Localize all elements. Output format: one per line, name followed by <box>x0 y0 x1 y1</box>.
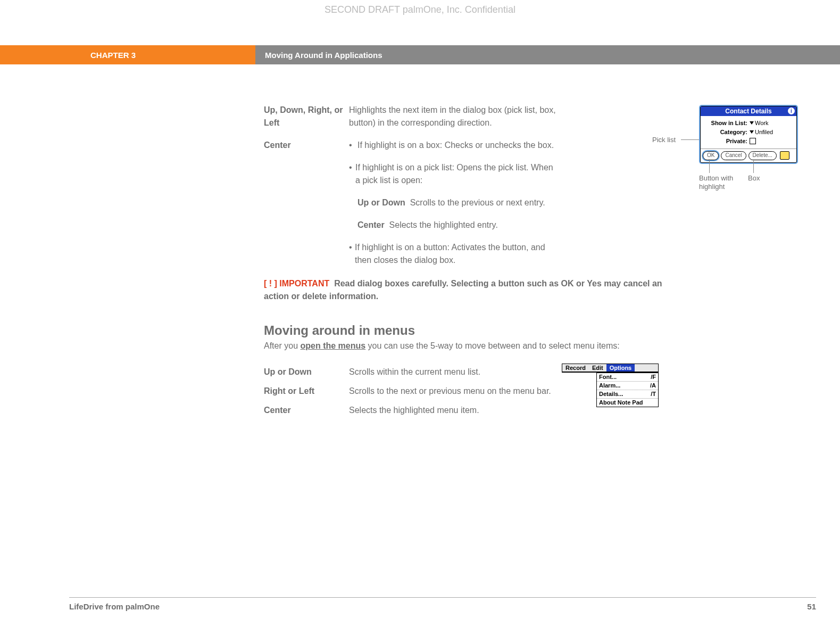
section-intro: After you open the menus you can use the… <box>264 341 806 351</box>
menu-item-shortcut: /A <box>650 382 656 390</box>
nav-desc: •If highlight is on a box: Checks or unc… <box>349 139 556 267</box>
cancel-button: Cancel <box>721 151 746 160</box>
main-content: Pick list Contact Details i Show in List… <box>264 104 806 423</box>
palm-dialog-body: Show in List: Work Category: Unfiled Pri… <box>701 116 796 148</box>
confidential-watermark: SECOND DRAFT palmOne, Inc. Confidential <box>0 4 840 15</box>
bullet-text: If highlight is on a pick list: Opens th… <box>355 161 556 187</box>
menu-row: Right or Left Scrolls to the next or pre… <box>264 385 806 398</box>
menu-row: Center Selects the highlighted menu item… <box>264 404 806 417</box>
annotation-line <box>709 159 710 173</box>
open-menus-link[interactable]: open the menus <box>300 341 365 350</box>
menu-desc: Selects the highlighted menu item. <box>349 404 562 417</box>
palm-menubar: Record Edit Options <box>562 364 658 372</box>
bullet-text: If highlight is on a button: Activates t… <box>355 241 556 267</box>
chapter-header: CHAPTER 3 Moving Around in Applications <box>0 45 840 64</box>
sub-entry: Center Selects the highlighted entry. <box>357 219 556 232</box>
sub-entry: Up or Down Scrolls to the previous or ne… <box>357 196 556 209</box>
nav-desc: Highlights the next item in the dialog b… <box>349 104 556 129</box>
annotation-picklist: Pick list <box>652 136 676 144</box>
show-in-list-value: Work <box>755 120 768 126</box>
palm-dialog-title: Contact Details i <box>701 106 796 116</box>
chapter-title: Moving Around in Applications <box>255 45 840 64</box>
menu-nav-table: Up or Down Scrolls within the current me… <box>264 366 806 417</box>
menu-item-shortcut: /F <box>651 373 656 381</box>
nav-term: Center <box>264 139 349 267</box>
figure-menu: Record Edit Options Font.../F Alarm.../A… <box>562 364 659 373</box>
private-label: Private: <box>704 138 747 144</box>
footer-page-number: 51 <box>807 602 816 611</box>
palm-dialog-title-text: Contact Details <box>725 108 771 115</box>
dropdown-triangle-icon <box>750 130 754 134</box>
important-tag: [ ! ] IMPORTANT <box>264 279 329 288</box>
menu-item-shortcut: /T <box>651 390 656 398</box>
private-checkbox <box>750 138 756 144</box>
menu-item: About Note Pad <box>597 398 658 407</box>
menubar-item-record: Record <box>562 364 589 372</box>
menu-item: Font.../F <box>597 373 658 381</box>
sub-term: Up or Down <box>357 198 405 207</box>
palm-button-row: OK Cancel Delete... <box>701 148 796 162</box>
sub-text: Scrolls to the previous or next entry. <box>410 198 545 207</box>
intro-post: you can use the 5-way to move between an… <box>365 341 620 350</box>
menu-term: Right or Left <box>264 385 349 398</box>
menubar-item-edit: Edit <box>589 364 606 372</box>
footer-product: LifeDrive from palmOne <box>69 602 160 611</box>
palm-row-category: Category: Unfiled <box>704 127 793 136</box>
palm-row-showinlist: Show in List: Work <box>704 118 793 127</box>
annotation-box: Box <box>748 174 760 183</box>
dropdown-triangle-icon <box>750 121 754 125</box>
section-heading-menus: Moving around in menus <box>264 323 806 338</box>
bullet-icon: • <box>349 161 355 187</box>
page-footer: LifeDrive from palmOne 51 <box>69 597 816 611</box>
bullet-icon: • <box>349 139 357 152</box>
sub-text: Selects the highlighted entry. <box>389 220 498 229</box>
menu-desc: Scrolls within the current menu list. <box>349 366 562 378</box>
category-label: Category: <box>704 129 747 135</box>
sub-term: Center <box>357 220 385 229</box>
menubar-item-options: Options <box>606 364 635 372</box>
show-in-list-label: Show in List: <box>704 120 747 126</box>
chapter-label: CHAPTER 3 <box>0 45 255 64</box>
palm-dialog: Contact Details i Show in List: Work Cat… <box>700 106 797 163</box>
annotation-line <box>753 159 754 173</box>
bullet-icon: • <box>349 241 355 267</box>
menu-item-label: Font... <box>599 373 617 381</box>
category-value: Unfiled <box>755 129 773 135</box>
menu-term: Up or Down <box>264 366 349 378</box>
palm-row-private: Private: <box>704 136 793 145</box>
ok-button: OK <box>703 151 719 160</box>
menu-term: Center <box>264 404 349 417</box>
menu-row: Up or Down Scrolls within the current me… <box>264 366 806 378</box>
menu-item-label: About Note Pad <box>599 399 643 407</box>
annotation-button-highlight: Button with highlight <box>699 174 742 191</box>
delete-button: Delete... <box>748 151 777 160</box>
note-icon <box>780 151 789 160</box>
important-callout: [ ! ] IMPORTANT Read dialog boxes carefu… <box>264 277 679 303</box>
info-icon: i <box>788 108 795 114</box>
nav-term: Up, Down, Right, or Left <box>264 104 349 129</box>
menu-desc: Scrolls to the next or previous menu on … <box>349 385 562 398</box>
bullet-text: If highlight is on a box: Checks or unch… <box>357 139 554 152</box>
menu-item-label: Details... <box>599 390 623 398</box>
menu-item: Alarm.../A <box>597 381 658 390</box>
menu-item: Details.../T <box>597 390 658 398</box>
intro-pre: After you <box>264 341 300 350</box>
menu-item-label: Alarm... <box>599 382 620 390</box>
palm-dropdown: Font.../F Alarm.../A Details.../T About … <box>596 373 659 407</box>
